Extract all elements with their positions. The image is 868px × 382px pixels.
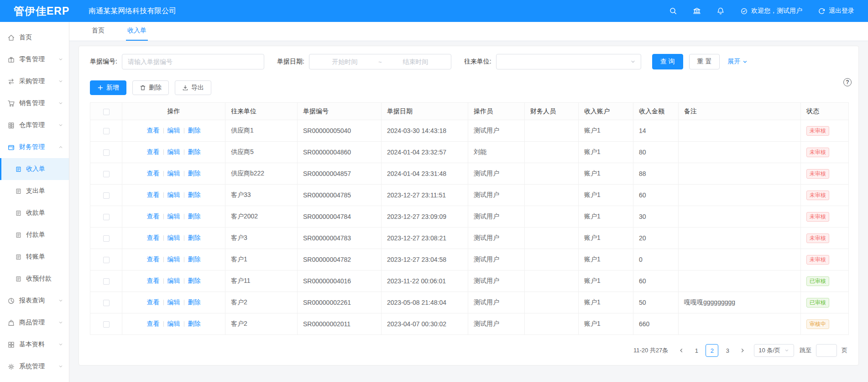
date-start-input[interactable] <box>314 58 376 65</box>
divider <box>184 278 184 284</box>
delete-link[interactable]: 删除 <box>188 277 201 284</box>
sidebar-subitem-expense[interactable]: 支出单 <box>0 180 69 202</box>
sidebar-item-system[interactable]: 系统管理 <box>0 355 69 377</box>
tab-bar: 首页 收入单 <box>69 22 868 41</box>
sidebar-item-retail[interactable]: 零售管理 <box>0 48 69 70</box>
chevron-down-icon <box>742 59 748 65</box>
edit-link[interactable]: 编辑 <box>167 191 180 198</box>
delete-button[interactable]: 删除 <box>132 80 169 95</box>
edit-link[interactable]: 编辑 <box>167 127 180 134</box>
sidebar-item-label: 系统管理 <box>19 362 45 371</box>
tab-income-receipt[interactable]: 收入单 <box>126 27 148 41</box>
welcome-user[interactable]: 欢迎您，测试用户 <box>740 7 802 15</box>
sidebar-item-purchase[interactable]: 采购管理 <box>0 70 69 92</box>
view-link[interactable]: 查看 <box>147 191 160 198</box>
bank-icon[interactable] <box>693 7 701 15</box>
status-badge: 已审核 <box>806 298 829 308</box>
edit-link[interactable]: 编辑 <box>167 320 180 327</box>
sidebar-subitem-income[interactable]: 收入单 <box>0 158 69 180</box>
partner-select[interactable] <box>496 54 641 69</box>
date-end-input[interactable] <box>385 58 446 65</box>
delete-link[interactable]: 删除 <box>188 255 201 263</box>
row-checkbox[interactable] <box>103 278 110 285</box>
search-button[interactable]: 查 询 <box>652 54 683 69</box>
view-link[interactable]: 查看 <box>147 170 160 177</box>
sidebar-subitem-receipt[interactable]: 收款单 <box>0 202 69 224</box>
page-button-1[interactable]: 1 <box>690 344 703 357</box>
row-checkbox[interactable] <box>103 192 110 199</box>
view-link[interactable]: 查看 <box>147 277 160 284</box>
delete-link[interactable]: 删除 <box>188 170 201 177</box>
sidebar-item-report[interactable]: 报表查询 <box>0 290 69 312</box>
sidebar-subitem-transfer[interactable]: 转账单 <box>0 246 69 268</box>
bell-icon[interactable] <box>716 7 725 15</box>
bill-date-range[interactable]: ~ <box>309 54 451 69</box>
prev-page-button[interactable] <box>675 344 687 357</box>
sidebar-subitem-prepaid[interactable]: 收预付款 <box>0 268 69 290</box>
edit-link[interactable]: 编辑 <box>167 148 180 155</box>
report-icon <box>7 297 15 305</box>
tab-home[interactable]: 首页 <box>90 27 106 41</box>
sidebar-item-basedata[interactable]: 基本资料 <box>0 334 69 355</box>
sidebar-subitem-payment[interactable]: 付款单 <box>0 224 69 246</box>
delete-link[interactable]: 删除 <box>188 320 201 327</box>
col-remark: 备注 <box>679 103 801 120</box>
edit-link[interactable]: 编辑 <box>167 277 180 284</box>
view-link[interactable]: 查看 <box>147 127 160 134</box>
select-all-checkbox[interactable] <box>103 109 110 115</box>
page-button-3[interactable]: 3 <box>721 344 734 357</box>
view-link[interactable]: 查看 <box>147 298 160 306</box>
row-checkbox[interactable] <box>103 171 110 177</box>
export-button[interactable]: 导出 <box>175 80 211 95</box>
page-button-2[interactable]: 2 <box>706 344 718 357</box>
add-button[interactable]: 新增 <box>90 80 126 95</box>
status-badge: 未审核 <box>806 255 829 265</box>
view-link[interactable]: 查看 <box>147 255 160 263</box>
cell-remark <box>679 313 801 335</box>
logout-button[interactable]: 退出登录 <box>818 7 854 15</box>
delete-link[interactable]: 删除 <box>188 127 201 134</box>
sidebar-item-finance[interactable]: 财务管理 <box>0 136 69 158</box>
delete-link[interactable]: 删除 <box>188 191 201 198</box>
jump-input[interactable] <box>816 344 837 357</box>
delete-link[interactable]: 删除 <box>188 148 201 155</box>
expand-link[interactable]: 展开 <box>727 58 748 66</box>
edit-link[interactable]: 编辑 <box>167 255 180 263</box>
help-icon[interactable]: ? <box>843 78 852 86</box>
pagination: 11-20 共27条 123 10 条/页 <box>90 344 847 357</box>
cell-amount: 0 <box>633 249 679 271</box>
row-checkbox[interactable] <box>103 128 110 134</box>
search-icon[interactable] <box>669 7 677 15</box>
edit-link[interactable]: 编辑 <box>167 212 180 220</box>
edit-link[interactable]: 编辑 <box>167 298 180 306</box>
row-checkbox[interactable] <box>103 149 110 156</box>
next-page-button[interactable] <box>737 344 748 357</box>
row-checkbox[interactable] <box>103 300 110 306</box>
row-checkbox[interactable] <box>103 214 110 220</box>
sidebar-item-home[interactable]: 首页 <box>0 27 69 48</box>
edit-link[interactable]: 编辑 <box>167 170 180 177</box>
row-checkbox[interactable] <box>103 235 110 242</box>
divider <box>184 171 184 176</box>
delete-link[interactable]: 删除 <box>188 212 201 220</box>
sidebar-subitem-label: 付款单 <box>26 231 45 239</box>
delete-link[interactable]: 删除 <box>188 298 201 306</box>
view-link[interactable]: 查看 <box>147 148 160 155</box>
delete-link[interactable]: 删除 <box>188 234 201 241</box>
edit-link[interactable]: 编辑 <box>167 234 180 241</box>
sidebar-subitem-label: 收入单 <box>26 165 45 173</box>
sidebar-item-label: 首页 <box>19 33 32 42</box>
sidebar-item-warehouse[interactable]: 仓库管理 <box>0 114 69 136</box>
sidebar-item-product[interactable]: 商品管理 <box>0 312 69 334</box>
view-link[interactable]: 查看 <box>147 320 160 327</box>
trash-icon <box>140 85 146 91</box>
page-size-select[interactable]: 10 条/页 <box>754 344 794 357</box>
view-link[interactable]: 查看 <box>147 212 160 220</box>
row-checkbox[interactable] <box>103 321 110 328</box>
bill-no-input[interactable] <box>122 54 264 69</box>
reset-button[interactable]: 重 置 <box>689 54 720 69</box>
row-checkbox[interactable] <box>103 257 110 263</box>
cell-bill-date: 2023-12-27 23:09:09 <box>382 206 468 228</box>
sidebar-item-sales[interactable]: 销售管理 <box>0 92 69 114</box>
view-link[interactable]: 查看 <box>147 234 160 241</box>
